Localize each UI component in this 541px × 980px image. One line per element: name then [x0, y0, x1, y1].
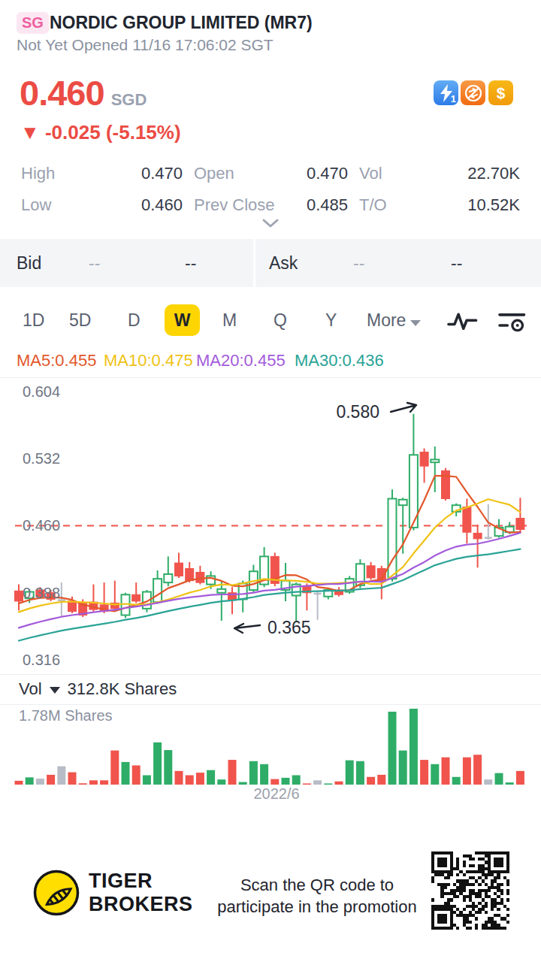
candle-body	[186, 569, 194, 581]
qr-module	[450, 858, 453, 861]
qr-module	[469, 858, 472, 861]
qr-module	[459, 879, 462, 882]
qr-module	[491, 873, 494, 876]
ma10-label: MA10:0.475	[104, 344, 193, 377]
candle-body	[473, 533, 482, 538]
qr-module	[463, 917, 466, 920]
stat-label: Open	[194, 164, 234, 183]
tab-w-active[interactable]: W	[165, 304, 200, 336]
qr-module	[463, 895, 466, 898]
tab-m[interactable]: M	[222, 299, 237, 341]
qr-module	[472, 889, 475, 892]
chart-style-button[interactable]	[446, 310, 479, 335]
volume-bar	[313, 780, 322, 785]
qr-module	[444, 851, 447, 854]
qr-module	[482, 858, 485, 861]
volume-bar	[335, 782, 343, 785]
qr-module	[475, 870, 478, 873]
qr-module	[444, 886, 447, 889]
qr-module	[485, 854, 488, 858]
cash-promo-button[interactable]: $	[488, 80, 513, 105]
ma-indicator-row[interactable]: MA5:0.455 MA10:0.475 MA20:0.455 MA30:0.4…	[0, 344, 541, 377]
qr-module	[447, 898, 450, 901]
qr-module	[497, 886, 500, 889]
price-change: ▼ -0.025 (-5.15%)	[20, 121, 181, 144]
qr-module	[494, 876, 497, 879]
ma30-label: MA30:0.436	[295, 344, 384, 377]
candle-body	[217, 589, 225, 593]
no-exchange-button[interactable]	[461, 80, 485, 105]
qr-module	[431, 858, 434, 861]
flash-order-count: 1	[451, 93, 456, 104]
qr-module	[494, 861, 497, 864]
qr-module	[506, 914, 509, 917]
y-axis-label: 0.460	[23, 517, 60, 534]
qr-module	[431, 927, 434, 930]
qr-module	[472, 870, 475, 873]
tab-more[interactable]: More	[367, 299, 421, 341]
stock-detail-page: SG NORDIC GROUP LIMITED (MR7) Not Yet Op…	[0, 0, 541, 980]
qr-module	[503, 870, 506, 873]
qr-module	[440, 927, 443, 930]
stat-value: 0.470	[141, 164, 183, 183]
expand-stats-button[interactable]	[258, 216, 283, 230]
qr-module	[497, 870, 500, 873]
tab-5d[interactable]: 5D	[69, 299, 91, 341]
qr-module	[431, 914, 434, 917]
qr-module	[485, 902, 488, 905]
volume-label: Vol	[19, 679, 42, 699]
qr-module	[506, 921, 509, 924]
qr-module	[485, 873, 488, 876]
qr-module	[491, 921, 494, 924]
qr-module	[506, 892, 509, 895]
qr-module	[494, 898, 497, 901]
candlestick-chart[interactable]: 0.6040.5320.4600.3880.3160.5800.365	[0, 378, 541, 674]
qr-module	[485, 867, 488, 870]
bid-ask-bar[interactable]: Bid -- -- Ask -- --	[0, 239, 541, 287]
qr-module	[463, 873, 466, 876]
qr-module	[478, 870, 481, 873]
tiger-brokers-logo	[32, 869, 80, 917]
qr-module	[488, 886, 491, 889]
qr-module	[485, 927, 488, 930]
volume-bar	[217, 779, 225, 785]
qr-module	[456, 873, 459, 876]
qr-module	[450, 914, 453, 917]
indicator-settings-button[interactable]	[497, 310, 527, 335]
qr-module	[463, 898, 466, 901]
qr-module	[488, 851, 491, 854]
qr-module	[482, 889, 485, 892]
tab-d[interactable]: D	[128, 299, 141, 341]
line-chart-icon	[446, 310, 479, 332]
tab-1d[interactable]: 1D	[23, 299, 44, 341]
qr-module	[497, 908, 500, 911]
tab-q[interactable]: Q	[274, 299, 287, 341]
x-axis-tick-label: 2022/6	[216, 785, 337, 803]
flash-order-button[interactable]: 1	[434, 80, 458, 105]
qr-code	[431, 851, 509, 930]
qr-module	[437, 905, 440, 908]
tab-y[interactable]: Y	[325, 299, 337, 341]
qr-module	[494, 927, 497, 930]
qr-module	[485, 921, 488, 924]
qr-module	[447, 902, 450, 905]
qr-module	[450, 917, 453, 920]
qr-module	[440, 914, 443, 917]
dollar-sign-icon: $	[497, 84, 506, 102]
y-axis-label: 0.388	[23, 585, 60, 601]
qr-module	[506, 870, 509, 873]
volume-header[interactable]: Vol 312.8K Shares	[19, 674, 177, 704]
volume-bar	[164, 750, 172, 785]
qr-module	[472, 864, 475, 867]
qr-module	[444, 892, 447, 895]
qr-module	[506, 864, 509, 867]
qr-module	[440, 886, 443, 889]
qr-module	[466, 917, 469, 920]
qr-module	[469, 864, 472, 867]
qr-module	[431, 854, 434, 858]
qr-module	[431, 921, 434, 924]
qr-module	[482, 870, 485, 873]
qr-module	[482, 927, 485, 930]
qr-module	[478, 902, 481, 905]
qr-module	[459, 886, 462, 889]
